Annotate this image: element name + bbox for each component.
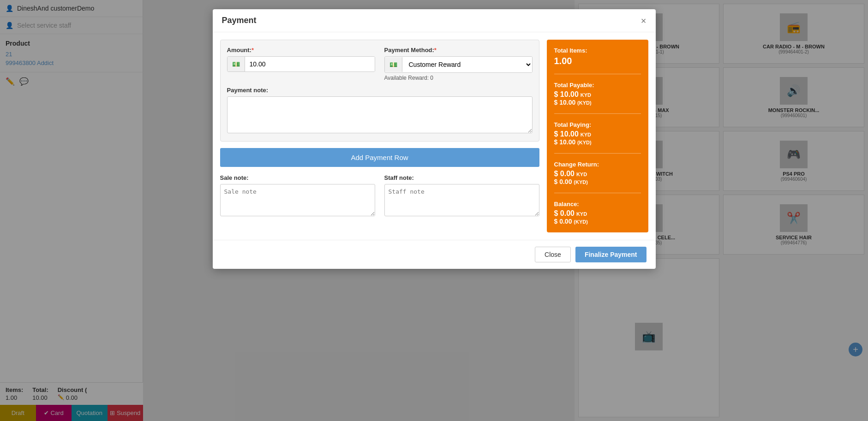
sale-note-label: Sale note: [220,174,375,181]
amount-label: Amount:* [227,47,375,53]
payment-method-wrapper: Customer Reward Cash Card Cheque [384,56,533,73]
balance-label: Balance: [554,201,641,208]
staff-note-group: Staff note: [384,174,539,218]
amount-group: Amount:* [227,47,375,81]
summary-total-paying: Total Paying: $ 10.00 KYD $ 10.00 (KYD) [554,121,641,154]
balance-kyd-row: $ 0.00 KYD [554,209,641,218]
payment-method-label: Payment Method:* [384,47,533,53]
summary-balance: Balance: $ 0.00 KYD $ 0.00 (KYD) [554,201,641,225]
total-payable-kyd-suffix: KYD [581,92,591,98]
total-items-value: 1.00 [554,56,641,66]
summary-change-return: Change Return: $ 0.00 KYD $ 0.00 (KYD) [554,161,641,193]
add-payment-row-button[interactable]: Add Payment Row [220,148,539,167]
modal-body: Amount:* Payment Method:* [213,32,656,240]
change-return-kyd-suffix: KYD [576,172,587,177]
total-paying-kyd-suffix: KYD [581,132,591,137]
modal-form: Amount:* Payment Method:* [220,40,539,232]
balance-kyd2-suffix: (KYD) [574,219,588,225]
finalize-payment-button[interactable]: Finalize Payment [575,247,647,262]
close-button[interactable]: Close [535,247,571,262]
modal-overlay: Payment × Amount:* [0,0,868,421]
modal-header: Payment × [213,9,656,32]
payment-note-label: Payment note: [227,87,533,94]
total-payable-kyd2-row: $ 10.00 (KYD) [554,99,641,106]
total-items-label: Total Items: [554,47,641,54]
change-return-kyd2-suffix: (KYD) [574,179,588,185]
notes-row: Sale note: Staff note: [220,174,539,218]
payment-modal: Payment × Amount:* [213,9,656,269]
payment-note-group: Payment note: [227,87,533,135]
change-return-label: Change Return: [554,161,641,168]
summary-total-payable: Total Payable: $ 10.00 KYD $ 10.00 (KYD) [554,82,641,114]
payment-row: Amount:* Payment Method:* [220,40,539,142]
payment-method-group: Payment Method:* Customer Reward Cash Ca… [384,47,533,81]
modal-footer: Close Finalize Payment [213,240,656,269]
change-return-kyd-row: $ 0.00 KYD [554,170,641,178]
total-paying-kyd-row: $ 10.00 KYD [554,130,641,138]
amount-input-wrapper [227,56,375,72]
sale-note-group: Sale note: [220,174,375,218]
total-payable-kyd-row: $ 10.00 KYD [554,90,641,99]
payment-method-select[interactable]: Customer Reward Cash Card Cheque [402,57,532,72]
total-paying-kyd2: $ 10.00 [554,138,576,146]
modal-title: Payment [222,16,257,25]
change-return-kyd2-row: $ 0.00 (KYD) [554,178,641,185]
payment-note-textarea[interactable] [227,96,533,133]
balance-kyd-suffix: KYD [576,211,587,217]
total-payable-kyd: $ 10.00 [554,90,579,98]
balance-kyd2: $ 0.00 [554,218,572,225]
sale-note-textarea[interactable] [220,184,375,216]
balance-kyd: $ 0.00 [554,209,575,217]
total-paying-kyd: $ 10.00 [554,130,579,138]
total-paying-kyd2-row: $ 10.00 (KYD) [554,138,641,146]
change-return-kyd2: $ 0.00 [554,178,572,185]
total-payable-kyd2: $ 10.00 [554,99,576,106]
total-payable-label: Total Payable: [554,82,641,89]
balance-kyd2-row: $ 0.00 (KYD) [554,218,641,225]
total-payable-kyd2-suffix: (KYD) [577,100,592,106]
amount-money-icon [227,57,245,71]
change-return-kyd: $ 0.00 [554,170,575,178]
summary-panel: Total Items: 1.00 Total Payable: $ 10.00… [547,40,648,232]
staff-note-textarea[interactable] [384,184,539,216]
summary-total-items: Total Items: 1.00 [554,47,641,74]
total-paying-kyd2-suffix: (KYD) [577,140,592,145]
staff-note-label: Staff note: [384,174,539,181]
amount-input[interactable] [245,57,375,71]
modal-close-button[interactable]: × [641,16,647,25]
amount-method-row: Amount:* Payment Method:* [227,47,533,81]
payment-method-icon [385,57,402,72]
available-reward: Available Reward: 0 [384,75,533,81]
total-paying-label: Total Paying: [554,121,641,128]
